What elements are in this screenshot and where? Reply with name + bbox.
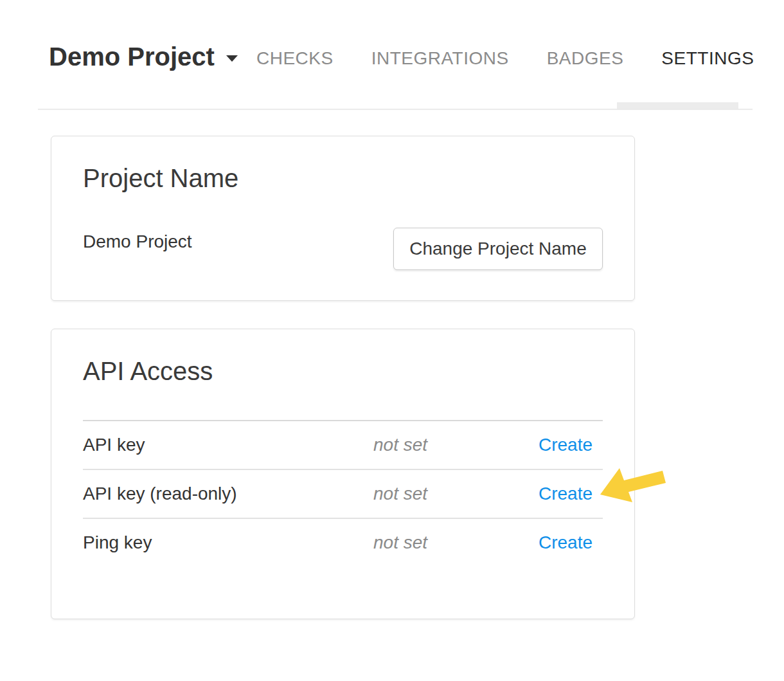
api-access-card-title: API Access [83, 356, 213, 386]
active-tab-indicator [617, 102, 738, 109]
ping-key-label: Ping key [83, 532, 152, 554]
api-keys-table: API key not set Create API key (read-onl… [83, 420, 603, 567]
table-row-api-key-read-only: API key (read-only) not set Create [83, 470, 603, 519]
change-project-name-button[interactable]: Change Project Name [393, 228, 603, 270]
create-link-api-key[interactable]: Create [539, 434, 592, 456]
create-link-ping-key[interactable]: Create [539, 532, 592, 554]
header-divider [38, 109, 753, 110]
project-switcher[interactable]: Demo Project [49, 44, 238, 69]
tab-checks[interactable]: CHECKS [256, 49, 334, 68]
project-name-card-title: Project Name [83, 163, 238, 193]
api-key-read-only-value: not set [373, 483, 427, 505]
tab-integrations[interactable]: INTEGRATIONS [371, 49, 509, 68]
create-link-api-key-read-only[interactable]: Create [539, 483, 592, 505]
api-key-read-only-label: API key (read-only) [83, 483, 237, 505]
project-settings-page: Demo Project CHECKS INTEGRATIONS BADGES … [0, 0, 784, 681]
project-name-card: Project Name Demo Project Change Project… [51, 136, 635, 301]
project-title-label: Demo Project [49, 44, 215, 69]
tab-badges[interactable]: BADGES [547, 49, 624, 68]
api-key-label: API key [83, 434, 145, 456]
tab-settings[interactable]: SETTINGS [661, 49, 754, 68]
table-row-ping-key: Ping key not set Create [83, 519, 603, 567]
ping-key-value: not set [373, 532, 427, 554]
api-key-value: not set [373, 434, 427, 456]
table-row-api-key: API key not set Create [83, 421, 603, 470]
api-access-card: API Access API key not set Create API ke… [51, 329, 635, 619]
project-nav: CHECKS INTEGRATIONS BADGES SETTINGS [256, 49, 754, 68]
chevron-down-icon [226, 55, 238, 62]
current-project-name: Demo Project [83, 231, 192, 253]
